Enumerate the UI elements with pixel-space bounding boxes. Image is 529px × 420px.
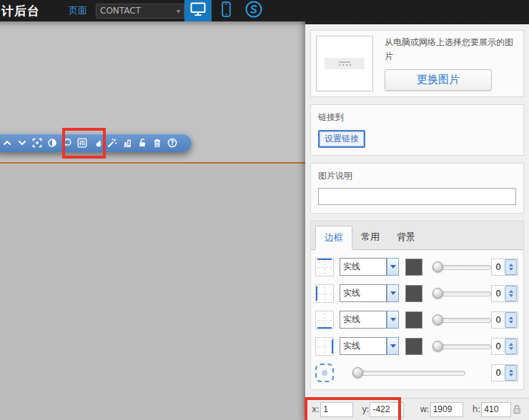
border-style-select[interactable]: 实线 (340, 284, 387, 302)
tab-common[interactable]: 常用 (352, 226, 388, 249)
border-row-right: 实线 0 (315, 336, 519, 356)
border-width-spinner: 0 (491, 285, 518, 302)
border-width-slider[interactable] (432, 261, 491, 272)
lock-icon[interactable] (511, 404, 523, 415)
share-link-button[interactable] (242, 0, 266, 21)
border-top-icon[interactable] (315, 258, 334, 276)
crop-icon[interactable] (31, 137, 43, 149)
slider-knob[interactable] (432, 314, 443, 325)
border-color-swatch[interactable] (405, 285, 422, 302)
app-title: 计后台 (1, 3, 40, 19)
trash-icon[interactable] (152, 137, 163, 149)
border-style-select[interactable]: 实线 (340, 337, 387, 355)
border-color-swatch[interactable] (405, 311, 422, 329)
image-settings-panel: 图片设置 × 从电脑或网络上选择您要展示的图片 更换图片 链接到 设置链接 图片… (305, 0, 529, 420)
unlock-icon[interactable] (137, 137, 148, 149)
spinner-value: 0 (493, 262, 504, 272)
spin-down-icon[interactable] (509, 374, 513, 376)
slider-knob[interactable] (432, 341, 443, 351)
tab-border[interactable]: 边框 (315, 226, 352, 250)
chevron-down-icon (390, 265, 396, 269)
spinner-buttons[interactable] (505, 339, 517, 354)
change-image-button[interactable]: 更换图片 (385, 69, 492, 91)
slider-knob[interactable] (432, 261, 443, 272)
caption-input[interactable] (318, 188, 516, 205)
guide-line (0, 162, 305, 164)
contrast-icon[interactable] (46, 137, 58, 149)
border-style-value: 实线 (343, 340, 360, 352)
caption-label: 图片说明 (318, 170, 516, 182)
s-link-icon (244, 0, 263, 21)
pin-icon[interactable] (61, 137, 73, 149)
w-input[interactable] (430, 402, 463, 417)
spin-up-icon[interactable] (509, 316, 513, 319)
border-style-value: 实线 (343, 287, 360, 299)
slider-knob[interactable] (432, 288, 443, 299)
move-up-icon[interactable] (1, 137, 13, 149)
chevron-down-icon: ▾ (177, 7, 180, 15)
border-style-select[interactable]: 实线 (340, 311, 387, 329)
caption-section: 图片说明 (310, 163, 524, 214)
page-nav-link[interactable]: 页面 (69, 4, 87, 17)
y-label: y: (362, 404, 369, 414)
chevron-down-icon (390, 344, 396, 348)
border-color-swatch[interactable] (405, 259, 422, 276)
spinner-buttons[interactable] (505, 286, 517, 301)
slider-knob[interactable] (352, 367, 363, 378)
spin-up-icon[interactable] (509, 343, 513, 346)
spinner-value: 0 (493, 368, 504, 378)
border-bottom-icon[interactable] (315, 311, 334, 329)
border-width-slider[interactable] (432, 314, 491, 325)
mobile-view-button[interactable] (216, 0, 236, 21)
x-input[interactable] (320, 402, 353, 417)
page-selector-value: CONTACT (100, 6, 141, 16)
select-dropdown-button[interactable] (387, 337, 399, 355)
spinner-buttons[interactable] (505, 259, 517, 275)
spinner-buttons[interactable] (505, 365, 517, 381)
thumbnail-preview (325, 58, 365, 69)
spinner-buttons[interactable] (505, 312, 517, 328)
select-dropdown-button[interactable] (387, 284, 399, 302)
spin-up-icon[interactable] (509, 290, 513, 293)
border-width-spinner: 0 (491, 311, 518, 329)
corner-radius-slider[interactable] (352, 367, 465, 378)
spin-up-icon[interactable] (509, 369, 513, 372)
chevron-down-icon (390, 318, 396, 321)
spin-down-icon[interactable] (509, 347, 513, 350)
x-label: x: (312, 404, 320, 414)
y-input[interactable] (370, 402, 404, 417)
spinner-value: 0 (493, 315, 504, 325)
border-right-icon[interactable] (315, 337, 334, 356)
set-link-button[interactable]: 设置链接 (318, 130, 365, 148)
border-style-select[interactable]: 实线 (340, 258, 387, 276)
desktop-view-button[interactable] (184, 0, 212, 21)
help-icon[interactable]: ? (167, 137, 178, 149)
spin-up-icon[interactable] (509, 264, 513, 266)
element-toolbar: ? (0, 134, 192, 152)
corner-radius-icon[interactable] (315, 364, 334, 382)
magic-wand-icon[interactable] (107, 137, 118, 149)
border-color-swatch[interactable] (405, 338, 422, 355)
layer-order-icon[interactable] (122, 137, 133, 149)
h-input[interactable] (481, 402, 511, 417)
design-canvas[interactable]: ? (0, 21, 305, 420)
chevron-down-icon (390, 291, 396, 295)
select-dropdown-button[interactable] (387, 258, 399, 276)
spin-down-icon[interactable] (509, 321, 513, 324)
border-left-icon[interactable] (315, 284, 334, 303)
border-width-slider[interactable] (432, 288, 491, 299)
move-down-icon[interactable] (16, 137, 28, 149)
canvas-footer-region[interactable] (0, 164, 305, 420)
spin-down-icon[interactable] (509, 268, 513, 271)
page-selector[interactable]: CONTACT ▾ (96, 4, 184, 19)
image-picker-section: 从电脑或网络上选择您要展示的图片 更换图片 (310, 30, 524, 97)
image-thumbnail[interactable] (316, 36, 373, 91)
border-width-slider[interactable] (432, 341, 491, 351)
paint-icon[interactable] (92, 137, 103, 149)
adjust-sliders-icon[interactable] (76, 137, 88, 149)
select-dropdown-button[interactable] (387, 311, 399, 329)
border-row-left: 实线 0 (315, 283, 519, 304)
spin-down-icon[interactable] (509, 294, 513, 297)
tab-background[interactable]: 背景 (388, 226, 424, 249)
w-label: w: (420, 404, 429, 414)
